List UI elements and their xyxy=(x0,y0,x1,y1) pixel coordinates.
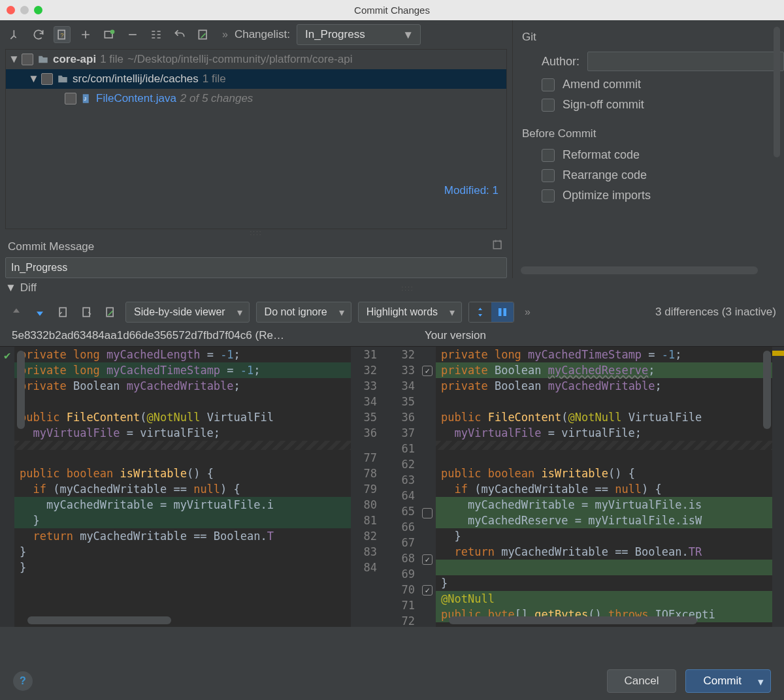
changes-tree[interactable]: ▼ core-api 1 file ~/Desktop/intellij-com… xyxy=(5,49,507,229)
ignore-mode-combo[interactable]: Do not ignore ▾ xyxy=(256,302,351,323)
diff-left-pane[interactable]: private long myCachedLength = -1; privat… xyxy=(14,347,351,627)
revert-icon[interactable]: ? xyxy=(54,26,71,43)
add-icon[interactable] xyxy=(77,26,94,43)
edit-source-icon[interactable] xyxy=(102,304,119,321)
git-section-title: Git xyxy=(522,31,784,44)
chevron-down-icon: ▼ xyxy=(402,29,414,42)
tree-file-meta: 2 of 5 changes xyxy=(180,92,253,105)
signoff-label: Sign-off commit xyxy=(563,98,644,112)
author-field[interactable] xyxy=(587,52,784,71)
apply-chunk-checkbox[interactable] xyxy=(422,508,433,518)
diff-right-title: Your version xyxy=(359,329,772,342)
svg-rect-12 xyxy=(504,308,507,316)
splitter-grip[interactable]: :::: xyxy=(0,229,512,236)
viewer-mode-combo[interactable]: Side-by-side viewer ▾ xyxy=(125,302,250,323)
diff-section-header[interactable]: ▼Diff :::: xyxy=(0,278,784,298)
cancel-label: Cancel xyxy=(625,675,659,688)
dialog-footer: ? Cancel Commit ▾ xyxy=(0,662,784,700)
highlight-mode-value: Highlight words xyxy=(367,306,438,318)
edit-icon[interactable] xyxy=(195,26,212,43)
toggle-group xyxy=(468,302,514,323)
scrollbar[interactable] xyxy=(774,27,780,157)
viewer-mode-value: Side-by-side viewer xyxy=(134,306,225,318)
changelist-combo[interactable]: In_Progress ▼ xyxy=(297,24,421,45)
help-icon[interactable]: ? xyxy=(13,671,33,691)
group-icon[interactable] xyxy=(148,26,165,43)
scrollbar[interactable] xyxy=(763,351,771,429)
svg-rect-11 xyxy=(498,308,502,316)
next-diff-icon[interactable] xyxy=(31,304,48,321)
scrollbar[interactable] xyxy=(449,616,697,624)
checkbox-icon[interactable] xyxy=(542,78,555,91)
right-gutter: 323334353637616263646566676869707172 xyxy=(389,347,419,627)
diff-status: 3 differences (3 inactive) xyxy=(655,306,776,319)
chevron-down-icon: ▾ xyxy=(339,306,344,319)
sync-scroll-icon[interactable] xyxy=(491,302,514,322)
scrollbar[interactable] xyxy=(521,266,758,274)
commit-message-header: Commit Message xyxy=(0,236,512,257)
validation-gutter: ✔ xyxy=(0,347,14,627)
checkbox-icon[interactable] xyxy=(542,169,555,182)
compare-prev-file-icon[interactable] xyxy=(55,304,72,321)
svg-rect-4 xyxy=(199,30,206,39)
optimize-label: Optimize imports xyxy=(563,189,651,202)
author-label: Author: xyxy=(542,55,580,69)
signoff-row[interactable]: Sign-off commit xyxy=(542,98,784,112)
window-titlebar: Commit Changes xyxy=(0,0,784,20)
apply-chunk-checkbox[interactable] xyxy=(422,554,433,565)
svg-rect-7 xyxy=(493,241,501,249)
apply-chunk-checkbox[interactable] xyxy=(422,366,433,376)
diff-body: ✔ private long myCachedLength = -1; priv… xyxy=(0,346,784,627)
modified-count: Modified: 1 xyxy=(6,180,506,201)
author-row: Author: xyxy=(542,52,784,71)
history-icon[interactable] xyxy=(491,238,504,255)
scrollbar[interactable] xyxy=(27,616,171,624)
tree-dir[interactable]: ▼ src/com/intellij/ide/caches 1 file xyxy=(6,69,506,89)
chevron-right-icon[interactable]: » xyxy=(222,29,228,40)
marker-stripe[interactable] xyxy=(772,347,784,627)
new-changelist-icon[interactable] xyxy=(101,26,118,43)
collapse-unchanged-icon[interactable] xyxy=(469,302,491,322)
compare-next-file-icon[interactable] xyxy=(78,304,95,321)
tree-file-name: FileContent.java xyxy=(96,92,176,105)
tree-root[interactable]: ▼ core-api 1 file ~/Desktop/intellij-com… xyxy=(6,50,506,69)
cancel-button[interactable]: Cancel xyxy=(607,669,677,693)
checkbox-icon[interactable] xyxy=(542,99,555,112)
highlight-mode-combo[interactable]: Highlight words ▾ xyxy=(358,302,462,323)
commit-label: Commit xyxy=(703,675,742,688)
diff-titles: 5e8332b2ad63484aa1d66de356572d7fbd7f04c6… xyxy=(0,326,784,346)
rearrange-row[interactable]: Rearrange code xyxy=(542,168,784,182)
commit-toolbar: ? » Changelist: In_Progress ▼ xyxy=(0,20,512,49)
svg-point-3 xyxy=(110,30,115,35)
tree-root-name: core-api xyxy=(53,53,96,66)
tree-root-path: ~/Desktop/intellij-community/platform/co… xyxy=(127,53,352,66)
rearrange-label: Rearrange code xyxy=(563,168,647,182)
tree-dir-name: src/com/intellij/ide/caches xyxy=(73,72,199,86)
remove-icon[interactable] xyxy=(124,26,141,43)
prev-diff-icon[interactable] xyxy=(8,304,25,321)
undo-icon[interactable] xyxy=(171,26,188,43)
refresh-icon[interactable] xyxy=(30,26,47,43)
diff-left-title: 5e8332b2ad63484aa1d66de356572d7fbd7f04c6… xyxy=(12,329,359,342)
commit-options-panel: Git Author: Amend commit Sign-off commit… xyxy=(513,20,784,278)
diff-right-pane[interactable]: private long myCachedTimeStamp = -1; pri… xyxy=(436,347,772,627)
diff-toolbar: Side-by-side viewer ▾ Do not ignore ▾ Hi… xyxy=(0,298,784,326)
checkbox-icon[interactable] xyxy=(542,149,555,162)
before-commit-title: Before Commit xyxy=(522,127,784,140)
commit-message-input[interactable] xyxy=(5,257,507,278)
apply-gutter xyxy=(419,347,436,627)
scrollbar[interactable] xyxy=(17,351,25,429)
commit-button[interactable]: Commit ▾ xyxy=(685,669,771,693)
chevron-down-icon: ▾ xyxy=(449,306,455,319)
changelist-value: In_Progress xyxy=(305,28,365,41)
chevron-down-icon[interactable]: ▾ xyxy=(758,675,764,689)
amend-row[interactable]: Amend commit xyxy=(542,78,784,91)
tree-file[interactable]: J FileContent.java 2 of 5 changes xyxy=(6,89,506,108)
chevron-right-icon[interactable]: » xyxy=(525,306,531,318)
checkbox-icon[interactable] xyxy=(542,189,555,202)
reformat-row[interactable]: Reformat code xyxy=(542,148,784,162)
optimize-row[interactable]: Optimize imports xyxy=(542,189,784,202)
diff-connector xyxy=(381,347,389,627)
apply-chunk-checkbox[interactable] xyxy=(422,585,433,596)
show-diff-icon[interactable] xyxy=(7,26,24,43)
